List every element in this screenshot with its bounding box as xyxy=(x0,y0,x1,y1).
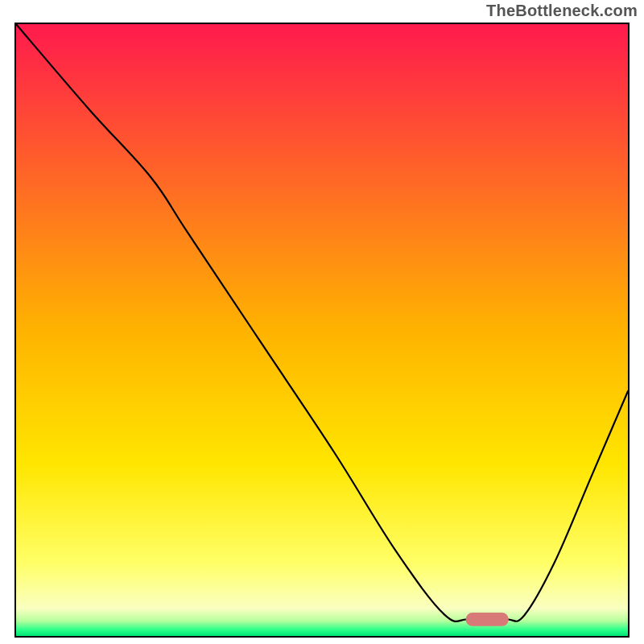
plot-frame xyxy=(14,23,630,638)
watermark-text: TheBottleneck.com xyxy=(486,2,638,20)
chart-root: TheBottleneck.com xyxy=(0,0,644,644)
gradient-background xyxy=(16,24,628,636)
plot-svg xyxy=(16,24,628,636)
optimum-marker xyxy=(466,613,509,626)
